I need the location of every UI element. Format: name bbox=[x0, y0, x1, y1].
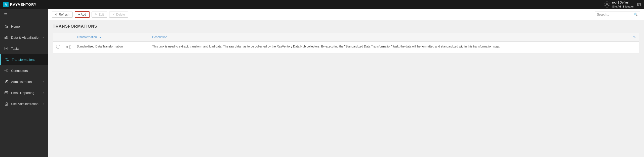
table-header-row: Transformation ▲ Description ⇅ bbox=[53, 33, 639, 42]
svg-point-5 bbox=[6, 58, 7, 59]
sidebar-item-label: Email Reporting bbox=[11, 91, 41, 95]
chart-icon bbox=[4, 35, 9, 40]
topbar-left: R RAYVENTORY bbox=[3, 2, 36, 7]
sidebar-item-administration[interactable]: Administration › bbox=[0, 76, 48, 87]
site-admin-icon bbox=[4, 101, 9, 106]
admin-icon bbox=[4, 79, 9, 84]
logo-box: R bbox=[3, 2, 9, 7]
edit-icon: ✎ bbox=[95, 13, 97, 16]
sidebar-item-label: Administration bbox=[11, 80, 41, 84]
sidebar-item-data-visualization[interactable]: Data & Visualization › bbox=[0, 32, 48, 43]
svg-point-7 bbox=[5, 70, 6, 71]
svg-point-8 bbox=[7, 69, 8, 70]
avatar bbox=[604, 2, 610, 8]
toolbar: ↺ Refresh + Add ✎ Edit ✕ Delete 🔍 bbox=[48, 9, 644, 20]
sidebar-item-label: Transformations bbox=[12, 58, 44, 62]
content-area: ↺ Refresh + Add ✎ Edit ✕ Delete 🔍 TRAN bbox=[48, 9, 644, 157]
menu-toggle[interactable]: ☰ bbox=[0, 9, 48, 21]
search-icon: 🔍 bbox=[634, 13, 638, 16]
col-header-select bbox=[53, 33, 63, 42]
transform-row-icon bbox=[66, 46, 71, 50]
col-header-description[interactable]: Description bbox=[149, 33, 630, 42]
topbar-right: root | Default Site Administrator EN bbox=[604, 1, 641, 8]
tasks-icon bbox=[4, 46, 9, 51]
svg-rect-3 bbox=[7, 36, 8, 39]
row-radio[interactable] bbox=[56, 45, 60, 49]
sidebar-item-label: Tasks bbox=[11, 47, 44, 50]
refresh-button[interactable]: ↺ Refresh bbox=[52, 12, 73, 18]
main-layout: ☰ Home Data & Visualization › bbox=[0, 9, 644, 157]
sidebar-item-connectors[interactable]: Connectors bbox=[0, 65, 48, 76]
svg-point-14 bbox=[69, 48, 70, 49]
connector-icon bbox=[4, 68, 9, 73]
table-row: Standardized Data Transformation This ta… bbox=[53, 42, 639, 54]
edit-label: Edit bbox=[99, 13, 104, 16]
svg-point-13 bbox=[69, 45, 70, 46]
delete-icon: ✕ bbox=[112, 13, 115, 16]
sidebar-item-label: Site-Administration bbox=[11, 102, 41, 106]
app-logo: R RAYVENTORY bbox=[3, 2, 36, 7]
chevron-right-icon: › bbox=[43, 91, 44, 94]
sidebar-item-tasks[interactable]: Tasks bbox=[0, 43, 48, 54]
row-select-cell[interactable] bbox=[53, 42, 63, 54]
row-icon-cell bbox=[63, 42, 74, 54]
transform-icon bbox=[5, 57, 9, 62]
col-header-actions: ⇅ bbox=[630, 33, 639, 42]
sidebar-item-transformations[interactable]: Transformations bbox=[0, 54, 48, 65]
sidebar-item-label: Home bbox=[11, 25, 44, 28]
svg-rect-2 bbox=[6, 37, 7, 39]
page-content: TRANSFORMATIONS Transformation ▲ Descrip… bbox=[48, 20, 644, 157]
sidebar-item-home[interactable]: Home bbox=[0, 21, 48, 32]
sidebar-item-email-reporting[interactable]: Email Reporting › bbox=[0, 87, 48, 98]
email-icon bbox=[4, 90, 9, 95]
svg-rect-1 bbox=[5, 37, 6, 39]
svg-point-12 bbox=[67, 46, 68, 48]
user-role: Site Administrator bbox=[612, 5, 634, 8]
svg-point-6 bbox=[7, 60, 8, 61]
add-label: + Add bbox=[78, 13, 86, 16]
edit-button[interactable]: ✎ Edit bbox=[92, 12, 107, 18]
row-transformation-name: Standardized Data Transformation bbox=[74, 42, 149, 54]
language-selector[interactable]: EN bbox=[637, 3, 641, 6]
delete-label: Delete bbox=[116, 13, 125, 16]
topbar: R RAYVENTORY root | Default Site Adminis… bbox=[0, 0, 644, 9]
sidebar-item-label: Data & Visualization bbox=[11, 36, 41, 39]
user-info-area[interactable]: root | Default Site Administrator bbox=[604, 1, 634, 8]
search-input[interactable] bbox=[597, 13, 634, 16]
home-icon bbox=[4, 24, 9, 29]
col-actions-icon: ⇅ bbox=[633, 35, 636, 39]
sort-asc-icon: ▲ bbox=[99, 35, 102, 39]
svg-point-0 bbox=[606, 3, 608, 5]
svg-point-9 bbox=[7, 71, 8, 72]
col-header-transformation[interactable]: Transformation ▲ bbox=[74, 33, 149, 42]
svg-rect-4 bbox=[5, 47, 8, 50]
sidebar-item-label: Connectors bbox=[11, 69, 44, 73]
sidebar: ☰ Home Data & Visualization › bbox=[0, 9, 48, 157]
page-title: TRANSFORMATIONS bbox=[53, 24, 639, 29]
user-details: root | Default Site Administrator bbox=[612, 1, 634, 8]
chevron-right-icon: › bbox=[43, 80, 44, 83]
add-button[interactable]: + Add bbox=[75, 11, 90, 18]
sidebar-item-site-administration[interactable]: Site-Administration › bbox=[0, 98, 48, 109]
row-description: This task is used to extract, transform … bbox=[149, 42, 630, 54]
logo-letter: R bbox=[5, 3, 7, 6]
row-actions-cell bbox=[630, 42, 639, 54]
search-box[interactable]: 🔍 bbox=[595, 12, 640, 17]
transformations-table: Transformation ▲ Description ⇅ bbox=[53, 33, 639, 54]
chevron-right-icon: › bbox=[43, 36, 44, 39]
col-header-icon bbox=[63, 33, 74, 42]
user-name: root | Default bbox=[612, 1, 634, 5]
refresh-icon: ↺ bbox=[55, 13, 58, 16]
logo-text: RAYVENTORY bbox=[10, 3, 36, 7]
chevron-right-icon: › bbox=[43, 102, 44, 105]
delete-button[interactable]: ✕ Delete bbox=[109, 12, 128, 18]
